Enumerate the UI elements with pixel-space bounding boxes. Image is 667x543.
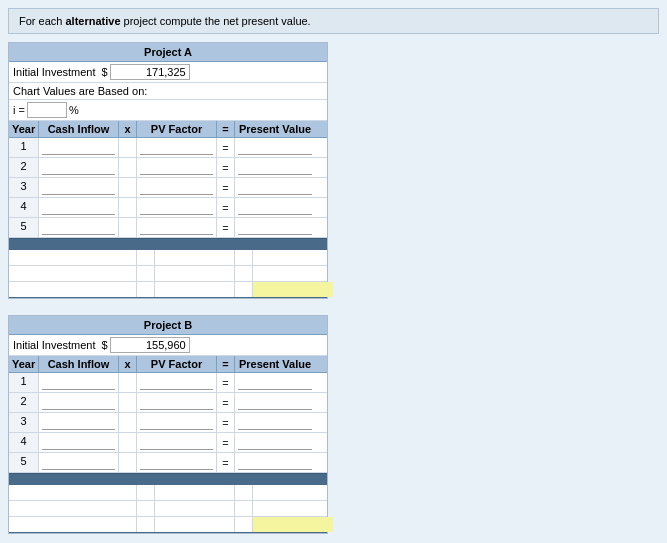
table-row: 3 =: [9, 178, 327, 198]
present-value-input-b4[interactable]: [238, 435, 312, 450]
col-present-value-b: Present Value: [235, 356, 315, 372]
initial-investment-row-a: Initial Investment $: [9, 62, 327, 83]
present-value-cell-a1[interactable]: [235, 138, 315, 157]
table-row: 1 =: [9, 138, 327, 158]
empty-row-b3: [9, 517, 327, 533]
year-cell: 3: [9, 178, 39, 197]
present-value-input-a1[interactable]: [238, 140, 312, 155]
x-cell-a2: [119, 158, 137, 177]
project-b-container: Project B Initial Investment $ Year Cash…: [8, 315, 328, 534]
eq-cell-a5: =: [217, 218, 235, 237]
pv-factor-input-a4[interactable]: [140, 200, 213, 215]
table-row: 4 =: [9, 198, 327, 218]
col-pv-factor-a: PV Factor: [137, 121, 217, 137]
table-row: 1 =: [9, 373, 327, 393]
col-pv-factor-b: PV Factor: [137, 356, 217, 372]
chart-values-row-a: Chart Values are Based on:: [9, 83, 327, 100]
eq-cell-a3: =: [217, 178, 235, 197]
table-row: 4 =: [9, 433, 327, 453]
pv-factor-input-b1[interactable]: [140, 375, 213, 390]
cash-inflow-input-a3[interactable]: [42, 180, 115, 195]
present-value-input-a2[interactable]: [238, 160, 312, 175]
table-header-b: Year Cash Inflow x PV Factor = Present V…: [9, 356, 327, 373]
present-value-input-a4[interactable]: [238, 200, 312, 215]
year-cell: 2: [9, 158, 39, 177]
x-cell-a1: [119, 138, 137, 157]
pv-factor-input-a1[interactable]: [140, 140, 213, 155]
present-value-input-b5[interactable]: [238, 455, 312, 470]
cash-inflow-input-b5[interactable]: [42, 455, 115, 470]
eq-cell-a4: =: [217, 198, 235, 217]
cash-inflow-cell-a1[interactable]: [39, 138, 119, 157]
x-cell-a4: [119, 198, 137, 217]
cash-inflow-input-a4[interactable]: [42, 200, 115, 215]
pv-factor-input-b2[interactable]: [140, 395, 213, 410]
i-input-a[interactable]: [27, 102, 67, 118]
present-value-input-b2[interactable]: [238, 395, 312, 410]
present-value-input-a3[interactable]: [238, 180, 312, 195]
col-cash-inflow-b: Cash Inflow: [39, 356, 119, 372]
eq-cell-a2: =: [217, 158, 235, 177]
year-cell: 1: [9, 373, 39, 392]
col-year-a: Year: [9, 121, 39, 137]
pv-factor-cell-a2[interactable]: [137, 158, 217, 177]
pv-factor-input-b4[interactable]: [140, 435, 213, 450]
pv-factor-input-a2[interactable]: [140, 160, 213, 175]
cash-inflow-input-a2[interactable]: [42, 160, 115, 175]
pv-factor-cell-a4[interactable]: [137, 198, 217, 217]
pv-factor-input-b3[interactable]: [140, 415, 213, 430]
present-value-input-a5[interactable]: [238, 220, 312, 235]
pv-factor-input-a3[interactable]: [140, 180, 213, 195]
col-year-b: Year: [9, 356, 39, 372]
empty-row-a2: [9, 266, 327, 282]
pv-factor-input-b5[interactable]: [140, 455, 213, 470]
cash-inflow-cell-a3[interactable]: [39, 178, 119, 197]
i-label-a: i =: [13, 104, 25, 116]
year-cell: 4: [9, 198, 39, 217]
pv-factor-input-a5[interactable]: [140, 220, 213, 235]
instruction-text: For each alternative project compute the…: [8, 8, 659, 34]
dollar-sign-b: $: [102, 339, 108, 351]
year-cell: 1: [9, 138, 39, 157]
pv-factor-cell-a1[interactable]: [137, 138, 217, 157]
table-row: 2 =: [9, 393, 327, 413]
x-cell-a3: [119, 178, 137, 197]
x-cell-a5: [119, 218, 137, 237]
eq-cell-a1: =: [217, 138, 235, 157]
cash-inflow-input-b4[interactable]: [42, 435, 115, 450]
table-header-a: Year Cash Inflow x PV Factor = Present V…: [9, 121, 327, 138]
initial-investment-input-a[interactable]: [110, 64, 190, 80]
pct-sign-a: %: [69, 104, 79, 116]
pv-factor-cell-a5[interactable]: [137, 218, 217, 237]
cash-inflow-cell-a5[interactable]: [39, 218, 119, 237]
present-value-input-b1[interactable]: [238, 375, 312, 390]
table-row: 2 =: [9, 158, 327, 178]
dark-separator-b1: [9, 473, 327, 485]
table-row: 5 =: [9, 453, 327, 473]
cash-inflow-input-b3[interactable]: [42, 415, 115, 430]
initial-investment-row-b: Initial Investment $: [9, 335, 327, 356]
pv-factor-cell-a3[interactable]: [137, 178, 217, 197]
empty-row-b2: [9, 501, 327, 517]
initial-investment-input-b[interactable]: [110, 337, 190, 353]
present-value-input-b3[interactable]: [238, 415, 312, 430]
present-value-cell-a2[interactable]: [235, 158, 315, 177]
dark-separator-a1: [9, 238, 327, 250]
present-value-cell-a5[interactable]: [235, 218, 315, 237]
col-eq-a: =: [217, 121, 235, 137]
project-a-header: Project A: [9, 43, 327, 62]
empty-row-b1: [9, 485, 327, 501]
present-value-cell-a3[interactable]: [235, 178, 315, 197]
col-x-a: x: [119, 121, 137, 137]
present-value-cell-a4[interactable]: [235, 198, 315, 217]
cash-inflow-input-b1[interactable]: [42, 375, 115, 390]
empty-row-a1: [9, 250, 327, 266]
cash-inflow-cell-a4[interactable]: [39, 198, 119, 217]
project-a-container: Project A Initial Investment $ Chart Val…: [8, 42, 328, 299]
cash-inflow-cell-a2[interactable]: [39, 158, 119, 177]
cash-inflow-input-a1[interactable]: [42, 140, 115, 155]
initial-investment-label-a: Initial Investment: [13, 66, 96, 78]
col-cash-inflow-a: Cash Inflow: [39, 121, 119, 137]
cash-inflow-input-b2[interactable]: [42, 395, 115, 410]
cash-inflow-input-a5[interactable]: [42, 220, 115, 235]
